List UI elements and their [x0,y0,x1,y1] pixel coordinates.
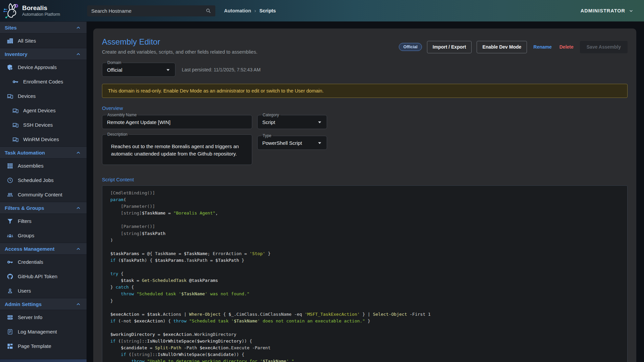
chevron-up-icon [75,246,81,252]
assembly-name-input[interactable]: Assembly Name Remote Agent Update [WIN] [102,115,252,129]
description-line: automatic unattended update from the Git… [111,150,247,158]
script-content-label: Script Content [102,177,628,182]
sidebar-item-label: Enrollment Codes [23,79,63,84]
script-editor[interactable]: [CmdletBinding()]param( [Parameter()] [s… [102,185,628,362]
sidebar-section-label: Inventory [5,51,28,57]
key-icon [12,78,19,85]
category-select[interactable]: Category Script [257,115,327,129]
sidebar-item-users[interactable]: Users [0,284,87,298]
sidebar-item-credentials[interactable]: Credentials [0,255,87,269]
sidebar-bottom-strip [0,359,87,362]
category-select-label: Category [261,113,281,117]
sidebar-section-label: Task Automation [5,150,45,156]
sidebar-section-filters-groups[interactable]: Filters & Groups [0,202,87,214]
sidebar-item-enrollment-codes[interactable]: Enrollment Codes [0,74,87,89]
code-line [110,304,619,311]
sidebar-section-label: Sites [5,25,17,31]
code-line: if ($TaskPath) { $taskParams.TaskPath = … [110,257,619,264]
sidebar-section-admin-settings[interactable]: Admin Settings [0,298,87,310]
code-line: } [110,298,619,304]
sidebar-item-all-sites[interactable]: All Sites [0,34,87,48]
user-menu[interactable]: ADMINISTRATOR [581,8,634,14]
sidebar-item-agent-devices[interactable]: Agent Devices [0,103,87,118]
code-line: $execAction = $task.Actions | Where-Obje… [110,311,619,318]
sidebar-item-assemblies[interactable]: Assemblies [0,159,87,173]
breadcrumb: Automation › Scripts [224,8,276,13]
sidebar-section-task-automation[interactable]: Task Automation [0,146,87,159]
devices-icon [7,93,13,100]
sidebar-item-label: Filters [18,218,32,224]
domain-select[interactable]: Domain Official [102,63,175,77]
overview-section-label: Overview [102,105,628,111]
sidebar-item-page-template[interactable]: Page Template [0,339,87,353]
sidebar-item-label: WinRM Devices [23,136,59,142]
description-line: Reaches out to the remote Borealis agent… [111,143,247,150]
sidebar-item-label: GitHub API Token [18,274,57,279]
chevron-up-icon [75,150,81,156]
sidebar-item-server-info[interactable]: Server Info [0,310,87,324]
github-icon [7,273,13,280]
sidebar-item-community-content[interactable]: Community Content [0,187,87,202]
assembly-editor-panel: Assembly Editor Create and edit variable… [93,28,636,362]
rename-button[interactable]: Rename [532,44,553,50]
code-line [110,264,619,270]
devices-icon [12,122,19,128]
sidebar-item-label: Agent Devices [23,108,56,113]
code-line: if (-not $execAction) { throw "Scheduled… [110,318,619,324]
sidebar-item-github-api-token[interactable]: GitHub API Token [0,269,87,284]
brand-logo[interactable]: Borealis Automation Platform [0,2,84,19]
chevron-up-icon [75,51,81,57]
delete-button[interactable]: Delete [558,44,575,50]
code-line: [CmdletBinding()] [110,190,619,196]
editor-actions: Official Import / Export Enable Dev Mode… [399,39,628,55]
code-line: throw "Scheduled task '$TaskName' was no… [110,291,619,297]
description-label: Description [106,132,129,137]
sidebar-item-log-management[interactable]: Log Management [0,324,87,339]
domain-select-value: Official [107,67,122,73]
code-line: if ([string]::IsNullOrWhiteSpace($candid… [110,351,619,358]
sidebar-item-label: Assemblies [18,163,44,169]
import-export-button[interactable]: Import / Export [427,41,472,53]
sidebar-item-ssh-devices[interactable]: SSH Devices [0,118,87,132]
enable-dev-mode-button[interactable]: Enable Dev Mode [477,41,527,53]
domain-select-label: Domain [106,60,123,65]
sidebar-item-label: Scheduled Jobs [18,177,54,183]
sidebar-item-label: Server Info [18,314,42,320]
sidebar-item-filters[interactable]: Filters [0,214,87,228]
code-line: $candidate = Split-Path -Path $execActio… [110,345,619,351]
sidebar-item-groups[interactable]: Groups [0,228,87,243]
save-assembly-button[interactable]: Save Assembly [580,41,628,53]
sidebar-item-label: Community Content [18,192,62,197]
sidebar-item-label: All Sites [18,38,36,44]
sidebar-section-access-management[interactable]: Access Management [0,243,87,255]
sidebar-section-sites[interactable]: Sites [0,21,87,34]
sidebar-section-inventory[interactable]: Inventory [0,48,87,60]
sidebar-item-scheduled-jobs[interactable]: Scheduled Jobs [0,173,87,187]
code-line: $taskParams = @{ TaskName = $TaskName; E… [110,250,619,257]
sidebar-item-label: Groups [18,233,34,238]
sidebar-item-device-approvals[interactable]: Device Approvals [0,60,87,74]
sidebar-item-devices[interactable]: Devices [0,89,87,103]
sidebar-nav: SitesAll SitesInventoryDevice ApprovalsE… [0,21,87,362]
code-line [110,217,619,223]
sidebar-section-label: Filters & Groups [5,205,44,211]
sidebar-item-winrm-devices[interactable]: WinRM Devices [0,132,87,146]
code-line: [string]$TaskName = "Borealis Agent", [110,210,619,217]
assembly-name-value: Remote Agent Update [WIN] [107,119,170,125]
borealis-rabbit-icon [3,2,19,19]
code-line: [Parameter()] [110,223,619,230]
type-select-label: Type [261,133,273,138]
hostname-search[interactable] [87,5,215,16]
search-icon [205,8,211,14]
readonly-warning-text: This domain is read-only. Enable Dev Mod… [108,88,324,94]
clock-icon [7,177,13,184]
code-line: if ([string]::IsNullOrWhiteSpace($workin… [110,338,619,345]
breadcrumb-scripts[interactable]: Scripts [259,8,276,13]
code-line: [string]$TaskPath [110,230,619,237]
type-select[interactable]: Type PowerShell Script [257,136,327,150]
breadcrumb-automation[interactable]: Automation [224,8,251,13]
description-textarea[interactable]: Description Reaches out to the remote Bo… [102,134,252,165]
brand-name: Borealis [22,5,60,11]
search-input[interactable] [91,8,205,14]
category-select-value: Script [262,119,275,125]
